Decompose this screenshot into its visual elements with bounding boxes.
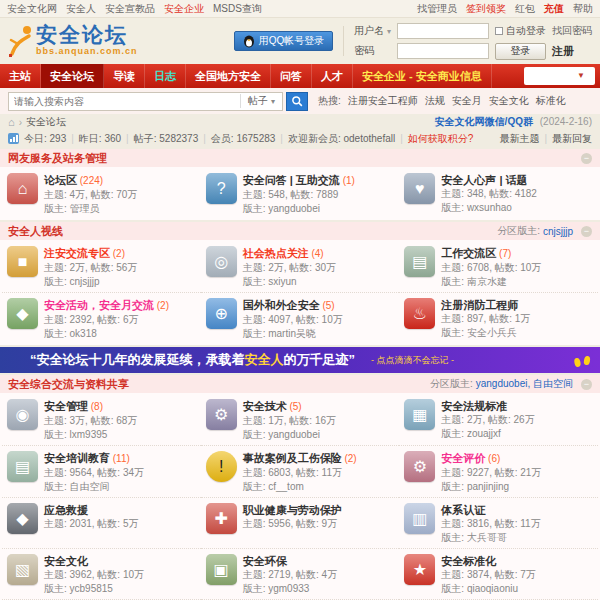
moderator-link[interactable]: cnjsjjjp (543, 226, 573, 237)
forum-link[interactable]: 安全环保 (243, 555, 287, 567)
how-to-get-points-link[interactable]: 如何获取积分? (408, 132, 474, 146)
topbar-link[interactable]: 安全宣教品 (105, 3, 155, 14)
topbar-link[interactable]: 红包 (515, 3, 535, 14)
forum-icon[interactable]: ♨ (404, 298, 435, 329)
forum-link[interactable]: 注安交流专区 (44, 247, 110, 259)
forum-link[interactable]: 工作交流区 (441, 247, 496, 259)
forum-icon[interactable]: ■ (7, 246, 38, 277)
forum-link[interactable]: 应急救援 (44, 504, 88, 516)
forum-link[interactable]: 安全人心声 | 话题 (441, 174, 527, 186)
password-field[interactable] (397, 43, 489, 59)
forgot-password-link[interactable]: 找回密码 (552, 24, 592, 38)
forum-icon[interactable]: ◆ (7, 503, 38, 534)
nav-item[interactable]: 安全企业 - 安全商业信息 (353, 64, 492, 88)
auto-login-checkbox[interactable]: 自动登录 (495, 24, 546, 38)
forum-link[interactable]: 论坛区 (44, 174, 77, 186)
qq-login-button[interactable]: 用QQ帐号登录 (234, 31, 334, 51)
forum-item: ⚙安全评价 (6)主题: 9227, 帖数: 21万版主: panjinjing (399, 445, 598, 497)
forum-icon[interactable]: ▣ (206, 554, 237, 585)
forum-title-row: 安全评价 (6) (441, 451, 541, 465)
forum-icon[interactable]: ▧ (7, 554, 38, 585)
forum-title-row: 安全环保 (243, 554, 337, 567)
wechat-qq-group-link[interactable]: 安全文化网微信/QQ群 (435, 116, 533, 127)
promo-banner[interactable]: “安全论坛十几年的发展延续，承载着安全人的万千足迹” - 点点滴滴不会忘记 - (0, 347, 600, 373)
forum-link[interactable]: 安全标准化 (441, 555, 496, 567)
hot-search-link[interactable]: 标准化 (536, 95, 566, 106)
nav-item[interactable]: 主站 (0, 64, 41, 88)
search-input[interactable] (9, 96, 240, 107)
topbar-link[interactable]: MSDS查询 (213, 3, 262, 14)
moderator-link[interactable]: yangduobei, 自由空间 (476, 377, 573, 391)
forum-icon[interactable]: ⚙ (404, 451, 435, 482)
breadcrumb-current[interactable]: 安全论坛 (26, 115, 66, 129)
topbar-link[interactable]: 安全人 (66, 3, 96, 14)
topbar-link[interactable]: 安全文化网 (7, 3, 57, 14)
search-type-select[interactable]: 帖子 ▾ (240, 94, 282, 108)
site-logo[interactable]: 安全论坛 bbs.anquan.com.cn (8, 24, 138, 58)
logo-figure-icon (8, 24, 34, 58)
forum-link[interactable]: 注册消防工程师 (441, 299, 518, 311)
home-icon[interactable]: ⌂ (8, 116, 15, 128)
hot-search-link[interactable]: 注册安全工程师 (348, 95, 418, 106)
forum-link[interactable]: 安全活动，安全月交流 (44, 299, 154, 311)
forum-icon[interactable]: ▤ (404, 246, 435, 277)
forum-link[interactable]: 安全评价 (441, 452, 485, 464)
forum-title-row: 国外和外企安全 (5) (243, 298, 343, 312)
collapse-icon[interactable]: − (581, 226, 592, 237)
nav-item[interactable]: 日志 (145, 64, 186, 88)
search-bar: 帖子 ▾ 热搜:注册安全工程师法规安全月安全文化标准化 (0, 88, 600, 114)
forum-link[interactable]: 安全管理 (44, 400, 88, 412)
password-label: 密码 (354, 44, 391, 58)
forum-icon[interactable]: ▦ (404, 399, 435, 430)
forum-icon[interactable]: ⚙ (206, 399, 237, 430)
nav-item[interactable]: 安全论坛 (41, 64, 104, 88)
forum-link[interactable]: 事故案例及工伤保险 (243, 452, 342, 464)
register-link[interactable]: 注册 (552, 44, 592, 59)
forum-icon[interactable]: ◆ (7, 298, 38, 329)
forum-icon[interactable]: ⌂ (7, 173, 38, 204)
forum-icon[interactable]: ★ (404, 554, 435, 585)
forum-new-count: (2) (154, 300, 169, 311)
stats-link[interactable]: 最新回复 (552, 133, 592, 144)
nav-item[interactable]: 全国地方安全 (186, 64, 271, 88)
forum-link[interactable]: 职业健康与劳动保护 (243, 504, 342, 516)
forum-link[interactable]: 安全培训教育 (44, 452, 110, 464)
forum-link[interactable]: 安全法规标准 (441, 400, 507, 412)
quick-nav-button[interactable]: 快捷导航▼ (524, 67, 595, 85)
forum-icon[interactable]: ! (206, 451, 237, 482)
forum-link[interactable]: 安全文化 (44, 555, 88, 567)
search-button[interactable] (286, 92, 308, 111)
forum-item: ★安全标准化主题: 3874, 帖数: 7万版主: qiaoqiaoniu (399, 548, 598, 599)
username-field[interactable] (397, 23, 489, 39)
forum-link[interactable]: 安全技术 (243, 400, 287, 412)
nav-item[interactable]: 问答 (271, 64, 312, 88)
forum-info: 职业健康与劳动保护主题: 5956, 帖数: 9万 (243, 503, 342, 544)
forum-icon[interactable]: ✚ (206, 503, 237, 534)
forum-link[interactable]: 安全问答 | 互助交流 (243, 174, 340, 186)
collapse-icon[interactable]: − (581, 153, 592, 164)
forum-icon[interactable]: ▥ (404, 503, 435, 534)
topbar-link[interactable]: 签到领奖 (466, 3, 506, 14)
forum-icon[interactable]: ♥ (404, 173, 435, 204)
topbar-link[interactable]: 安全企业 (164, 3, 204, 14)
forum-link[interactable]: 社会热点关注 (243, 247, 309, 259)
forum-icon[interactable]: ⊕ (206, 298, 237, 329)
forum-icon[interactable]: ◉ (7, 399, 38, 430)
forum-link[interactable]: 体系认证 (441, 504, 485, 516)
topbar-link[interactable]: 帮助 (573, 3, 593, 14)
forum-stats: 主题: 2392, 帖数: 6万 (44, 314, 169, 326)
hot-search-link[interactable]: 法规 (425, 95, 445, 106)
stats-link[interactable]: 最新主题 (499, 133, 539, 144)
nav-item[interactable]: 人才 (312, 64, 353, 88)
login-button[interactable]: 登录 (495, 43, 546, 60)
topbar-link[interactable]: 找管理员 (417, 3, 457, 14)
forum-link[interactable]: 国外和外企安全 (243, 299, 320, 311)
topbar-link[interactable]: 充值 (544, 3, 564, 14)
forum-icon[interactable]: ? (206, 173, 237, 204)
forum-icon[interactable]: ▤ (7, 451, 38, 482)
collapse-icon[interactable]: − (581, 379, 592, 390)
forum-icon[interactable]: ◎ (206, 246, 237, 277)
nav-item[interactable]: 导读 (104, 64, 145, 88)
hot-search-link[interactable]: 安全文化 (489, 95, 529, 106)
hot-search-link[interactable]: 安全月 (452, 95, 482, 106)
